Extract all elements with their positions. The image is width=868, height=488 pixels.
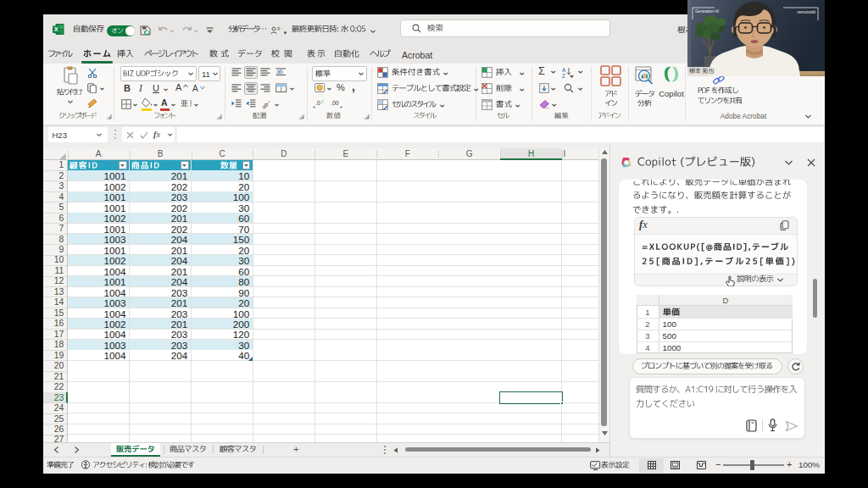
svg-text:Generation AI: Generation AI	[695, 9, 719, 14]
svg-text:nemonoki: nemonoki	[797, 9, 815, 14]
svg-text:.0: .0	[315, 100, 320, 106]
svg-text:0: 0	[321, 99, 324, 104]
svg-text:.00: .00	[331, 100, 339, 106]
svg-text:R: R	[277, 26, 281, 31]
svg-text:ab: ab	[277, 69, 284, 75]
svg-text:X: X	[54, 25, 58, 33]
svg-text:Z: Z	[562, 73, 565, 79]
